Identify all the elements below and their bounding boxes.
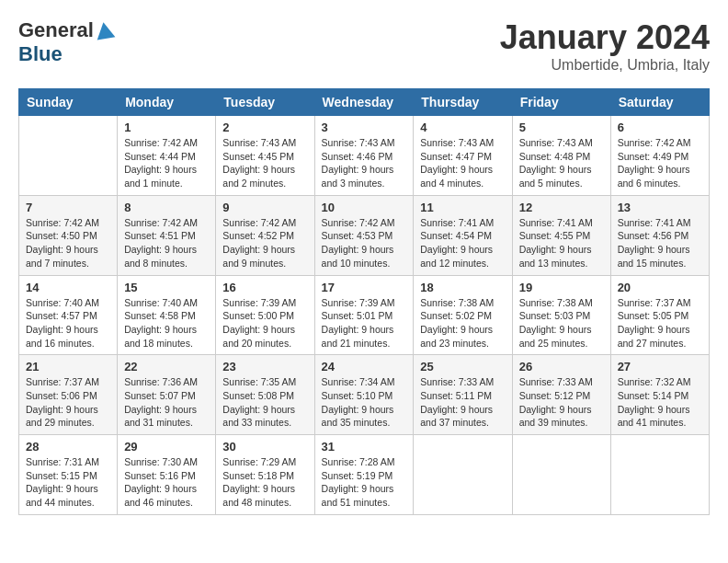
calendar-cell: 1Sunrise: 7:42 AM Sunset: 4:44 PM Daylig… bbox=[118, 116, 216, 196]
title-block: January 2024 Umbertide, Umbria, Italy bbox=[500, 18, 710, 74]
calendar-cell: 22Sunrise: 7:36 AM Sunset: 5:07 PM Dayli… bbox=[118, 355, 216, 435]
day-number: 19 bbox=[519, 281, 604, 294]
day-number: 27 bbox=[618, 360, 702, 373]
day-number: 24 bbox=[322, 360, 407, 373]
calendar-cell: 6Sunrise: 7:42 AM Sunset: 4:49 PM Daylig… bbox=[610, 116, 709, 196]
day-number: 7 bbox=[26, 201, 110, 214]
logo-icon bbox=[95, 20, 116, 40]
day-info: Sunrise: 7:41 AM Sunset: 4:54 PM Dayligh… bbox=[420, 216, 505, 270]
calendar-cell: 29Sunrise: 7:30 AM Sunset: 5:16 PM Dayli… bbox=[118, 435, 216, 515]
day-number: 15 bbox=[124, 281, 209, 294]
calendar-cell: 4Sunrise: 7:43 AM Sunset: 4:47 PM Daylig… bbox=[414, 116, 512, 196]
day-info: Sunrise: 7:28 AM Sunset: 5:19 PM Dayligh… bbox=[322, 455, 407, 510]
day-number: 21 bbox=[26, 360, 110, 373]
day-number: 30 bbox=[222, 440, 307, 454]
day-number: 10 bbox=[322, 201, 407, 214]
calendar-cell bbox=[414, 435, 512, 515]
calendar-cell: 8Sunrise: 7:42 AM Sunset: 4:51 PM Daylig… bbox=[118, 195, 216, 275]
day-info: Sunrise: 7:42 AM Sunset: 4:53 PM Dayligh… bbox=[322, 216, 407, 270]
day-number: 18 bbox=[420, 281, 505, 294]
day-info: Sunrise: 7:37 AM Sunset: 5:06 PM Dayligh… bbox=[26, 375, 110, 430]
logo: General Blue bbox=[18, 18, 114, 66]
month-title: January 2024 bbox=[500, 18, 710, 57]
calendar-cell: 17Sunrise: 7:39 AM Sunset: 5:01 PM Dayli… bbox=[314, 275, 414, 355]
calendar-cell: 24Sunrise: 7:34 AM Sunset: 5:10 PM Dayli… bbox=[314, 355, 414, 435]
day-info: Sunrise: 7:36 AM Sunset: 5:07 PM Dayligh… bbox=[124, 375, 209, 430]
location: Umbertide, Umbria, Italy bbox=[500, 57, 710, 74]
day-info: Sunrise: 7:42 AM Sunset: 4:50 PM Dayligh… bbox=[26, 216, 110, 270]
header-cell-tuesday: Tuesday bbox=[216, 89, 314, 116]
day-number: 4 bbox=[420, 121, 505, 134]
header-cell-thursday: Thursday bbox=[414, 89, 512, 116]
day-info: Sunrise: 7:41 AM Sunset: 4:56 PM Dayligh… bbox=[618, 216, 702, 270]
week-row-0: 1Sunrise: 7:42 AM Sunset: 4:44 PM Daylig… bbox=[19, 116, 710, 196]
calendar-cell: 27Sunrise: 7:32 AM Sunset: 5:14 PM Dayli… bbox=[610, 355, 709, 435]
day-info: Sunrise: 7:38 AM Sunset: 5:03 PM Dayligh… bbox=[519, 296, 604, 350]
calendar-body: 1Sunrise: 7:42 AM Sunset: 4:44 PM Daylig… bbox=[19, 116, 710, 515]
calendar-cell: 2Sunrise: 7:43 AM Sunset: 4:45 PM Daylig… bbox=[216, 116, 314, 196]
calendar-cell: 19Sunrise: 7:38 AM Sunset: 5:03 PM Dayli… bbox=[512, 275, 610, 355]
calendar-cell bbox=[610, 435, 709, 515]
day-info: Sunrise: 7:42 AM Sunset: 4:51 PM Dayligh… bbox=[124, 216, 209, 270]
day-info: Sunrise: 7:39 AM Sunset: 5:01 PM Dayligh… bbox=[322, 296, 407, 350]
day-number: 22 bbox=[124, 360, 209, 373]
day-info: Sunrise: 7:43 AM Sunset: 4:47 PM Dayligh… bbox=[420, 136, 505, 190]
page-header: General Blue January 2024 Umbertide, Umb… bbox=[18, 18, 710, 74]
calendar-cell: 26Sunrise: 7:33 AM Sunset: 5:12 PM Dayli… bbox=[512, 355, 610, 435]
week-row-4: 28Sunrise: 7:31 AM Sunset: 5:15 PM Dayli… bbox=[19, 435, 710, 515]
day-info: Sunrise: 7:43 AM Sunset: 4:46 PM Dayligh… bbox=[322, 136, 407, 190]
header-cell-monday: Monday bbox=[118, 89, 216, 116]
calendar-cell: 7Sunrise: 7:42 AM Sunset: 4:50 PM Daylig… bbox=[19, 195, 118, 275]
header-cell-saturday: Saturday bbox=[610, 89, 709, 116]
day-info: Sunrise: 7:41 AM Sunset: 4:55 PM Dayligh… bbox=[519, 216, 604, 270]
day-info: Sunrise: 7:35 AM Sunset: 5:08 PM Dayligh… bbox=[222, 375, 307, 430]
logo-blue: Blue bbox=[18, 42, 63, 66]
calendar-cell: 13Sunrise: 7:41 AM Sunset: 4:56 PM Dayli… bbox=[610, 195, 709, 275]
calendar-cell: 25Sunrise: 7:33 AM Sunset: 5:11 PM Dayli… bbox=[414, 355, 512, 435]
day-number: 11 bbox=[420, 201, 505, 214]
day-number: 20 bbox=[618, 281, 702, 294]
day-info: Sunrise: 7:42 AM Sunset: 4:49 PM Dayligh… bbox=[618, 136, 702, 190]
day-number: 16 bbox=[222, 281, 307, 294]
day-number: 25 bbox=[420, 360, 505, 373]
day-number: 12 bbox=[519, 201, 604, 214]
week-row-3: 21Sunrise: 7:37 AM Sunset: 5:06 PM Dayli… bbox=[19, 355, 710, 435]
header-cell-wednesday: Wednesday bbox=[314, 89, 414, 116]
logo-general: General bbox=[18, 18, 94, 42]
day-info: Sunrise: 7:43 AM Sunset: 4:45 PM Dayligh… bbox=[222, 136, 307, 190]
calendar-header: SundayMondayTuesdayWednesdayThursdayFrid… bbox=[19, 89, 710, 116]
calendar-cell bbox=[512, 435, 610, 515]
calendar-cell: 3Sunrise: 7:43 AM Sunset: 4:46 PM Daylig… bbox=[314, 116, 414, 196]
day-info: Sunrise: 7:38 AM Sunset: 5:02 PM Dayligh… bbox=[420, 296, 505, 350]
day-number: 17 bbox=[322, 281, 407, 294]
calendar-cell: 23Sunrise: 7:35 AM Sunset: 5:08 PM Dayli… bbox=[216, 355, 314, 435]
day-number: 1 bbox=[124, 121, 209, 134]
day-number: 3 bbox=[322, 121, 407, 134]
day-number: 14 bbox=[26, 281, 110, 294]
calendar-cell: 30Sunrise: 7:29 AM Sunset: 5:18 PM Dayli… bbox=[216, 435, 314, 515]
day-info: Sunrise: 7:39 AM Sunset: 5:00 PM Dayligh… bbox=[222, 296, 307, 350]
calendar-cell: 16Sunrise: 7:39 AM Sunset: 5:00 PM Dayli… bbox=[216, 275, 314, 355]
calendar-cell: 28Sunrise: 7:31 AM Sunset: 5:15 PM Dayli… bbox=[19, 435, 118, 515]
day-number: 23 bbox=[222, 360, 307, 373]
header-row: SundayMondayTuesdayWednesdayThursdayFrid… bbox=[19, 89, 710, 116]
day-number: 6 bbox=[618, 121, 702, 134]
day-info: Sunrise: 7:42 AM Sunset: 4:44 PM Dayligh… bbox=[124, 136, 209, 190]
week-row-1: 7Sunrise: 7:42 AM Sunset: 4:50 PM Daylig… bbox=[19, 195, 710, 275]
day-info: Sunrise: 7:43 AM Sunset: 4:48 PM Dayligh… bbox=[519, 136, 604, 190]
calendar-cell: 18Sunrise: 7:38 AM Sunset: 5:02 PM Dayli… bbox=[414, 275, 512, 355]
day-info: Sunrise: 7:33 AM Sunset: 5:11 PM Dayligh… bbox=[420, 375, 505, 430]
day-number: 8 bbox=[124, 201, 209, 214]
day-info: Sunrise: 7:29 AM Sunset: 5:18 PM Dayligh… bbox=[222, 455, 307, 510]
day-number: 28 bbox=[26, 440, 110, 454]
header-cell-friday: Friday bbox=[512, 89, 610, 116]
calendar-cell: 11Sunrise: 7:41 AM Sunset: 4:54 PM Dayli… bbox=[414, 195, 512, 275]
calendar-cell: 14Sunrise: 7:40 AM Sunset: 4:57 PM Dayli… bbox=[19, 275, 118, 355]
day-info: Sunrise: 7:34 AM Sunset: 5:10 PM Dayligh… bbox=[322, 375, 407, 430]
day-info: Sunrise: 7:37 AM Sunset: 5:05 PM Dayligh… bbox=[618, 296, 702, 350]
day-number: 5 bbox=[519, 121, 604, 134]
day-info: Sunrise: 7:30 AM Sunset: 5:16 PM Dayligh… bbox=[124, 455, 209, 510]
calendar-cell: 31Sunrise: 7:28 AM Sunset: 5:19 PM Dayli… bbox=[314, 435, 414, 515]
header-cell-sunday: Sunday bbox=[19, 89, 118, 116]
calendar-cell: 15Sunrise: 7:40 AM Sunset: 4:58 PM Dayli… bbox=[118, 275, 216, 355]
